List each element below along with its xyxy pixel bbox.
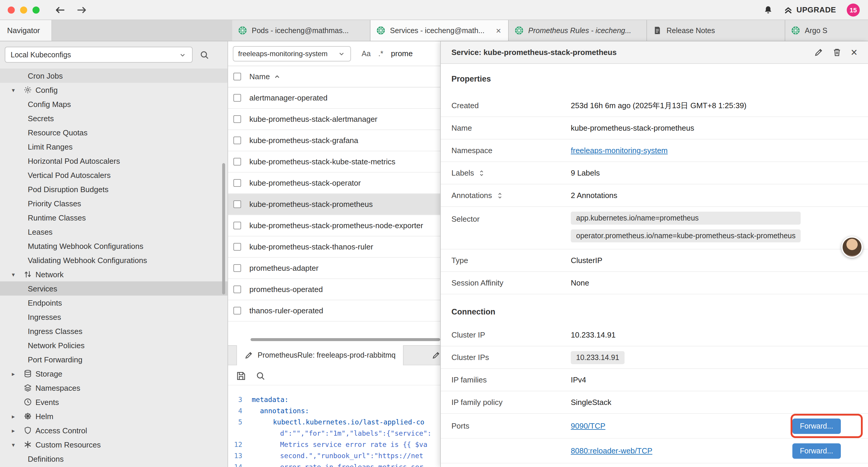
match-case-toggle[interactable]: Aa <box>362 49 371 58</box>
row-checkbox[interactable] <box>234 307 241 315</box>
editor-search-icon[interactable] <box>256 371 265 380</box>
sidebar-item-secrets[interactable]: Secrets <box>0 111 227 125</box>
regex-toggle[interactable]: .* <box>378 49 383 58</box>
gear-icon <box>24 86 35 94</box>
port-link-9090[interactable]: 9090/TCP <box>571 421 606 430</box>
sidebar-item-vertical-pod-autoscalers[interactable]: Vertical Pod Autoscalers <box>0 168 227 182</box>
row-checkbox[interactable] <box>234 115 241 123</box>
notification-count-badge[interactable]: 15 <box>847 3 860 16</box>
edit-pencil-icon[interactable] <box>814 48 823 57</box>
table-row-kube-prometheus-stack-kube-state-metrics[interactable]: kube-prometheus-stack-kube-state-metrics <box>228 151 440 173</box>
tab-prometheus-rules-icecheng[interactable]: Prometheus Rules - icecheng... <box>509 20 647 41</box>
kubeconfig-selector[interactable]: Local Kubeconfigs <box>5 47 193 63</box>
table-row-prometheus-operated[interactable]: prometheus-operated <box>228 279 440 300</box>
table-row-prometheus-adapter[interactable]: prometheus-adapter <box>228 258 440 279</box>
sidebar-item-network[interactable]: ▾Network <box>0 267 227 282</box>
document-icon <box>653 26 662 35</box>
sidebar-item-ingresses[interactable]: Ingresses <box>0 310 227 324</box>
save-icon[interactable] <box>236 371 246 380</box>
yaml-editor[interactable]: 3metadata:4annotations:5kubectl.kubernet… <box>228 394 440 467</box>
table-row-kube-prometheus-stack-operator[interactable]: kube-prometheus-stack-operator <box>228 173 440 194</box>
table-row-alertmanager-operated[interactable]: alertmanager-operated <box>228 87 440 109</box>
close-icon[interactable]: × <box>851 47 857 58</box>
column-header-name[interactable]: Name <box>249 72 281 81</box>
sidebar-item-validating-webhook-configurations[interactable]: Validating Webhook Configurations <box>0 253 227 267</box>
select-all-checkbox[interactable] <box>234 73 241 80</box>
sidebar-item-resource-quotas[interactable]: Resource Quotas <box>0 125 227 140</box>
sidebar-item-cron-jobs[interactable]: Cron Jobs <box>0 68 227 83</box>
sidebar-item-port-forwarding[interactable]: Port Forwarding <box>0 352 227 367</box>
sidebar-item-helm[interactable]: ▸Helm <box>0 409 227 423</box>
sidebar-item-storage[interactable]: ▸Storage <box>0 367 227 381</box>
editor-tab-partial[interactable] <box>432 351 440 359</box>
row-checkbox[interactable] <box>234 264 241 272</box>
tab-services-icecheng-math[interactable]: Services - icecheng@math...× <box>370 20 509 41</box>
table-row-kube-prometheus-stack-thanos-ruler[interactable]: kube-prometheus-stack-thanos-ruler <box>228 236 440 258</box>
namespace-link[interactable]: freeleaps-monitoring-system <box>571 146 668 155</box>
row-checkbox[interactable] <box>234 94 241 102</box>
forward-button-9090[interactable]: Forward... <box>792 418 841 434</box>
clock-icon <box>24 398 35 406</box>
sidebar-item-network-policies[interactable]: Network Policies <box>0 338 227 352</box>
horizontal-scrollbar[interactable] <box>251 338 440 341</box>
tab-argo-s[interactable]: Argo S <box>785 20 868 41</box>
forward-button-8080[interactable]: Forward... <box>792 443 841 459</box>
notifications-bell-icon[interactable] <box>764 5 773 14</box>
editor-line: 12Metrics service error rate is {{ $va <box>228 439 440 450</box>
sidebar-item-endpoints[interactable]: Endpoints <box>0 296 227 310</box>
table-row-kube-prometheus-stack-prometheus[interactable]: kube-prometheus-stack-prometheus <box>228 194 440 215</box>
user-avatar[interactable] <box>841 236 863 258</box>
trash-icon[interactable] <box>833 48 841 57</box>
sidebar-item-config[interactable]: ▾Config <box>0 83 227 97</box>
sidebar-item-ingress-classes[interactable]: Ingress Classes <box>0 324 227 338</box>
sidebar-item-custom-resources[interactable]: ▾Custom Resources <box>0 437 227 451</box>
tab-release-notes[interactable]: Release Notes <box>647 20 785 41</box>
sidebar-item-limit-ranges[interactable]: Limit Ranges <box>0 140 227 154</box>
row-checkbox[interactable] <box>234 222 241 229</box>
sidebar-item-label: Ingresses <box>28 313 61 321</box>
tab-pods-icecheng-mathmas[interactable]: Pods - icecheng@mathmas... <box>232 20 370 41</box>
upgrade-button[interactable]: UPGRADE <box>783 5 836 14</box>
port-link-8080[interactable]: 8080:reloader-web/TCP <box>571 446 652 455</box>
unfold-more-icon[interactable] <box>478 169 486 177</box>
sidebar-item-leases[interactable]: Leases <box>0 225 227 239</box>
row-checkbox[interactable] <box>234 200 241 208</box>
sidebar-item-pod-disruption-budgets[interactable]: Pod Disruption Budgets <box>0 182 227 196</box>
sidebar-item-services[interactable]: Services <box>0 282 227 296</box>
row-checkbox[interactable] <box>234 137 241 144</box>
row-checkbox[interactable] <box>234 179 241 187</box>
table-row-kube-prometheus-stack-grafana[interactable]: kube-prometheus-stack-grafana <box>228 130 440 151</box>
minimize-window-button[interactable] <box>20 6 27 13</box>
sidebar-item-config-maps[interactable]: Config Maps <box>0 97 227 111</box>
table-row-kube-prometheus-stack-prometheus-node-exporter[interactable]: kube-prometheus-stack-prometheus-node-ex… <box>228 215 440 236</box>
row-checkbox[interactable] <box>234 286 241 293</box>
forward-arrow-icon[interactable] <box>76 4 87 15</box>
sidebar-item-namespaces[interactable]: Namespaces <box>0 381 227 395</box>
sidebar-item-horizontal-pod-autoscalers[interactable]: Horizontal Pod Autoscalers <box>0 154 227 168</box>
row-checkbox[interactable] <box>234 243 241 251</box>
table-row-thanos-ruler-operated[interactable]: thanos-ruler-operated <box>228 300 440 322</box>
sidebar-item-label: Config Maps <box>28 99 71 109</box>
sidebar-item-mutating-webhook-configurations[interactable]: Mutating Webhook Configurations <box>0 239 227 253</box>
unfold-more-icon[interactable] <box>495 191 504 200</box>
property-row-annotations: Annotations 2 Annotations <box>441 184 868 207</box>
close-window-button[interactable] <box>8 6 15 13</box>
search-input[interactable] <box>391 49 433 58</box>
property-row-ip-family-policy: IP family policy SingleStack <box>441 391 868 414</box>
sidebar-search-icon[interactable] <box>200 50 209 59</box>
back-arrow-icon[interactable] <box>55 4 66 15</box>
editor-tab-prometheusrule[interactable]: PrometheusRule: freeleaps-prod-rabbitmq <box>236 345 404 365</box>
helm-wheel-icon <box>24 412 35 420</box>
sidebar-item-events[interactable]: Events <box>0 395 227 409</box>
service-name: kube-prometheus-stack-thanos-ruler <box>249 242 373 251</box>
maximize-window-button[interactable] <box>32 6 39 13</box>
sidebar-item-runtime-classes[interactable]: Runtime Classes <box>0 210 227 225</box>
namespace-filter-select[interactable]: freeleaps-monitoring-system <box>233 46 351 61</box>
sidebar-item-definitions[interactable]: Definitions <box>0 451 227 466</box>
tab-close-icon[interactable]: × <box>495 25 502 35</box>
sidebar-item-access-control[interactable]: ▸Access Control <box>0 423 227 437</box>
row-checkbox[interactable] <box>234 158 241 166</box>
sidebar-item-priority-classes[interactable]: Priority Classes <box>0 196 227 210</box>
sidebar-scrollbar[interactable] <box>222 163 225 294</box>
table-row-kube-prometheus-stack-alertmanager[interactable]: kube-prometheus-stack-alertmanager <box>228 109 440 130</box>
